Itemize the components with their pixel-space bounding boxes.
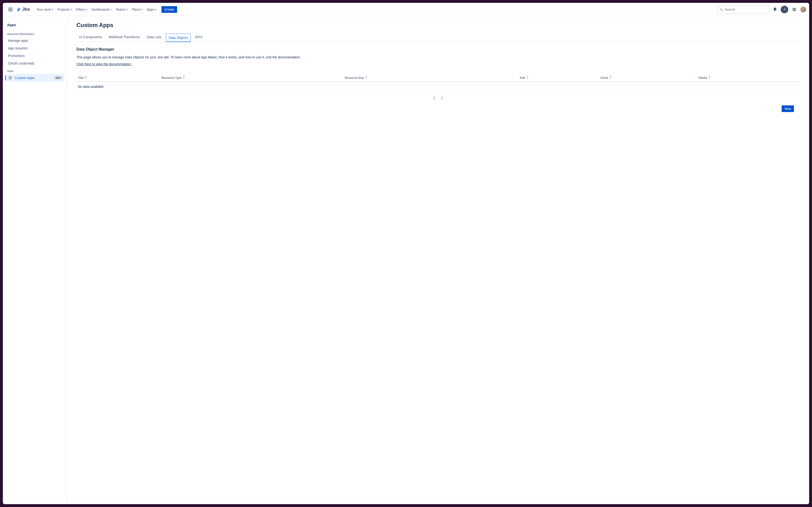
chevron-down-icon: ▾: [70, 8, 72, 11]
sort-icon: ▲▼: [527, 75, 529, 79]
sidebar-item-manage-apps[interactable]: Manage apps: [6, 37, 64, 44]
documentation-link[interactable]: Click here to view the documentation.: [76, 62, 132, 66]
tabs: UI ComponentsWebhook TransformsData List…: [76, 33, 800, 42]
page-title: Custom Apps: [76, 22, 800, 29]
tab-webhook-transforms[interactable]: Webhook Transforms: [106, 33, 143, 42]
column-resource-key[interactable]: Resource Key ▲▼: [343, 73, 518, 82]
column-edit[interactable]: Edit ▲▼: [519, 73, 599, 82]
column-clone[interactable]: Clone ▲▼: [599, 73, 697, 82]
empty-message: No data available: [76, 82, 800, 92]
sidebar-item-label: Manage apps: [8, 39, 28, 43]
nav-item-label: Projects: [57, 8, 69, 11]
app-switcher-icon[interactable]: [7, 6, 14, 13]
jira-logo-icon: [16, 7, 21, 12]
product-logo[interactable]: Jira: [15, 7, 32, 12]
section-title: Data Object Manager: [76, 47, 800, 52]
sidebar-item-label: Promotions: [8, 54, 25, 58]
chevron-down-icon: ▾: [86, 8, 87, 11]
sort-icon: ▲▼: [183, 75, 185, 79]
sidebar-section-label: Atlassian Marketplace: [6, 30, 64, 37]
sidebar-item-custom-apps[interactable]: Custom AppsDEV: [6, 74, 64, 82]
sort-icon: ▲▼: [365, 75, 367, 79]
chevron-down-icon: ▾: [141, 8, 142, 11]
sidebar: Apps Atlassian MarketplaceManage appsApp…: [3, 16, 67, 504]
sidebar-item-label: App requests: [8, 46, 28, 50]
dev-badge: DEV: [54, 76, 62, 80]
user-avatar[interactable]: [800, 6, 806, 13]
nav-item-teams[interactable]: Teams▾: [114, 6, 129, 13]
nav-item-apps[interactable]: Apps▾: [145, 6, 158, 13]
top-nav: Jira Your work▾Projects▾Filters▾Dashboar…: [3, 3, 809, 16]
notifications-icon[interactable]: [771, 6, 779, 13]
body: Apps Atlassian MarketplaceManage appsApp…: [3, 16, 809, 504]
nav-item-plans[interactable]: Plans▾: [130, 6, 144, 13]
nav-item-label: Apps: [147, 8, 154, 11]
search-input[interactable]: [724, 8, 767, 11]
sidebar-item-app-requests[interactable]: App requests: [6, 44, 64, 52]
sidebar-item-oauth-credentials[interactable]: OAuth credentials: [6, 60, 64, 67]
prev-page-icon[interactable]: ❮: [433, 96, 436, 100]
tab-api-s[interactable]: API's: [193, 33, 205, 42]
sidebar-title: Apps: [6, 21, 64, 30]
help-icon[interactable]: ?: [781, 6, 788, 13]
sidebar-section-label: Apps: [6, 67, 64, 74]
sort-icon: ▲▼: [609, 75, 612, 79]
svg-point-0: [720, 8, 722, 10]
svg-text:?: ?: [784, 8, 786, 11]
data-table: Title ▲▼Resource Type ▲▼Resource Key ▲▼E…: [76, 73, 800, 92]
search-box[interactable]: [717, 5, 769, 13]
new-button[interactable]: New: [781, 105, 794, 112]
sort-icon: ▲▼: [85, 75, 87, 79]
nav-item-dashboards[interactable]: Dashboards▾: [90, 6, 113, 13]
search-icon: [719, 8, 723, 11]
sort-icon: ▲▼: [708, 75, 710, 79]
tab-ui-components[interactable]: UI Components: [76, 33, 104, 42]
nav-item-label: Teams: [116, 8, 125, 11]
sidebar-item-label: OAuth credentials: [8, 61, 35, 65]
column-resource-type[interactable]: Resource Type ▲▼: [160, 73, 343, 82]
chevron-down-icon: ▾: [110, 8, 111, 11]
create-button[interactable]: Create: [161, 6, 177, 13]
sidebar-item-label: Custom Apps: [15, 76, 35, 80]
app-icon: [8, 76, 12, 80]
column-title[interactable]: Title ▲▼: [76, 73, 160, 82]
section-description: This page allows you to manage Data Obje…: [76, 55, 800, 60]
sidebar-item-promotions[interactable]: Promotions: [6, 52, 64, 60]
nav-item-label: Dashboards: [92, 8, 109, 11]
nav-item-label: Your work: [36, 8, 51, 11]
nav-item-label: Plans: [132, 8, 140, 11]
main-content: Custom Apps UI ComponentsWebhook Transfo…: [67, 16, 809, 504]
table-empty-row: No data available: [76, 82, 800, 92]
nav-item-label: Filters: [76, 8, 85, 11]
svg-line-1: [722, 10, 723, 11]
nav-items: Your work▾Projects▾Filters▾Dashboards▾Te…: [35, 6, 158, 13]
svg-point-4: [10, 77, 11, 78]
nav-item-projects[interactable]: Projects▾: [56, 6, 73, 13]
nav-item-your-work[interactable]: Your work▾: [35, 6, 55, 13]
tab-data-objects[interactable]: Data Objects: [166, 34, 191, 42]
chevron-down-icon: ▾: [126, 8, 127, 11]
app-window: Jira Your work▾Projects▾Filters▾Dashboar…: [3, 3, 809, 504]
pagination: ❮ ❯: [76, 92, 800, 104]
tab-data-lists[interactable]: Data Lists: [144, 33, 164, 42]
next-page-icon[interactable]: ❯: [440, 96, 443, 100]
column-delete[interactable]: Delete ▲▼: [697, 73, 800, 82]
grid-icon: [8, 8, 12, 11]
settings-icon[interactable]: [790, 6, 798, 13]
chevron-down-icon: ▾: [155, 8, 156, 11]
chevron-down-icon: ▾: [52, 8, 53, 11]
product-name: Jira: [22, 7, 30, 12]
nav-item-filters[interactable]: Filters▾: [74, 6, 89, 13]
